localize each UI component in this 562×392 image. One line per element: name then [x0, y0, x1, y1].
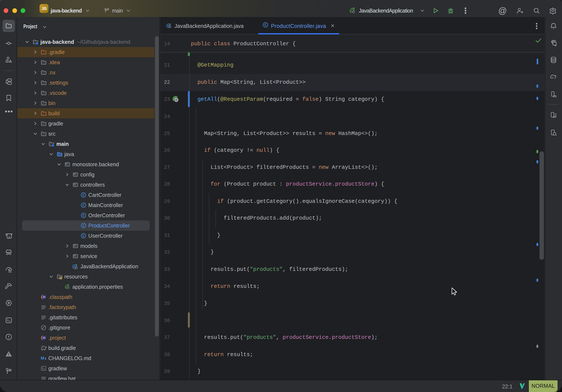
svg-text:C: C: [82, 193, 85, 197]
svg-text:C: C: [82, 203, 85, 207]
svg-text:C: C: [82, 214, 85, 217]
svg-text:C: C: [82, 224, 85, 227]
svg-text:M: M: [41, 356, 44, 360]
svg-text:C: C: [264, 23, 267, 27]
svg-text:C: C: [82, 234, 85, 238]
